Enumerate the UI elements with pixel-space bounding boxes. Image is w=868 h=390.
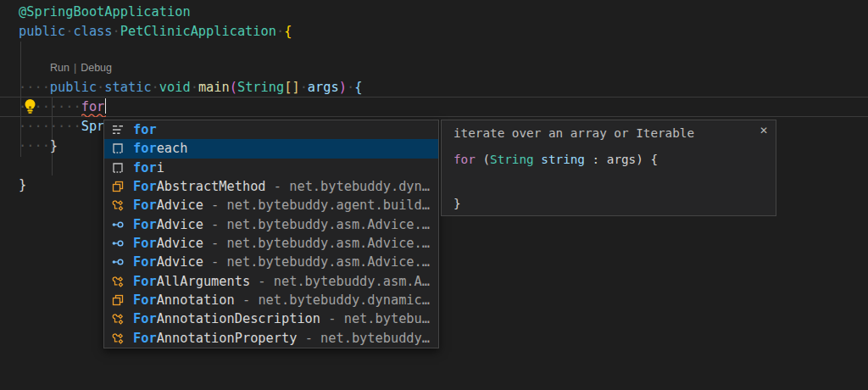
suggestion-doc-text: iterate over an array or Iterable bbox=[453, 126, 694, 140]
suggestion-match-text: For bbox=[133, 274, 157, 289]
suggestion-label-text: AbstractMethod bbox=[157, 179, 266, 194]
line-spring-partial: ········Spr bbox=[19, 117, 104, 136]
suggestion-label-text: AnnotationProperty bbox=[157, 331, 298, 346]
suggestion-match-text: For bbox=[133, 292, 157, 308]
suggestion-detail-text: - net.bytebuddy.dyn… bbox=[266, 179, 430, 194]
suggestion-match-text: For bbox=[133, 198, 157, 213]
whitespace-dots: · bbox=[276, 24, 284, 39]
suggestion-item-foreach[interactable]: foreach bbox=[104, 139, 438, 158]
line-annotation: @SpringBootApplication bbox=[19, 3, 191, 22]
code-token: { bbox=[650, 153, 658, 166]
whitespace-dots: · bbox=[300, 80, 308, 95]
suggestion-item-foradvice[interactable]: ForAdvice - net.bytebuddy.agent.build… bbox=[104, 196, 438, 214]
code-token: ) bbox=[636, 153, 643, 166]
suggestion-match-text: For bbox=[133, 311, 157, 326]
line-class-decl: public·class·PetClinicApplication·{ bbox=[19, 22, 292, 42]
symbol-snippet-icon bbox=[111, 142, 125, 155]
suggestion-label-text: Advice bbox=[157, 236, 203, 251]
code-token: } bbox=[19, 177, 26, 192]
code-token: string bbox=[541, 153, 585, 166]
code-token: String bbox=[237, 80, 284, 95]
codelens-separator: | bbox=[74, 62, 76, 74]
suggestion-item-forabstractmethod[interactable]: ForAbstractMethod - net.bytebuddy.dyn… bbox=[104, 177, 438, 196]
codelens-run-link[interactable]: Run bbox=[50, 62, 70, 74]
suggestion-label-text: Advice bbox=[157, 198, 203, 213]
code-token: ( bbox=[230, 80, 237, 95]
code-token: for bbox=[453, 153, 476, 166]
code-token: args bbox=[308, 80, 339, 95]
code-token bbox=[585, 153, 593, 166]
code-token: } bbox=[50, 138, 58, 153]
suggestion-detail-text: - net.bytebu… bbox=[320, 311, 430, 326]
suggestion-detail-text: - net.bytebuddy.asm.Advice.… bbox=[203, 254, 430, 270]
code-token: main bbox=[198, 80, 230, 95]
code-token: public bbox=[19, 24, 65, 39]
suggestion-detail-text: - net.bytebuddy.asm.A… bbox=[250, 274, 430, 289]
symbol-interface-icon bbox=[111, 255, 125, 269]
suggest-docs-panel: iterate over an array or Iterable ✕ for … bbox=[441, 120, 776, 216]
suggestion-item-for[interactable]: for bbox=[104, 120, 438, 139]
suggestion-item-fori[interactable]: fori bbox=[104, 159, 438, 177]
suggestion-match-text: for bbox=[133, 160, 157, 176]
suggestion-label-text: Advice bbox=[157, 217, 203, 232]
code-token: public bbox=[50, 80, 97, 95]
suggestion-label-text: i bbox=[157, 160, 164, 176]
suggestion-label-text: AllArguments bbox=[157, 274, 251, 289]
code-token: PetClinicApplication bbox=[120, 24, 276, 39]
code-token: [] bbox=[284, 80, 299, 95]
suggestion-item-foradvice[interactable]: ForAdvice - net.bytebuddy.asm.Advice.… bbox=[104, 234, 438, 253]
line-close-main: ····} bbox=[19, 136, 58, 156]
symbol-interface-icon bbox=[111, 237, 125, 250]
code-token: } bbox=[453, 197, 461, 210]
suggestion-item-forallarguments[interactable]: ForAllArguments - net.bytebuddy.asm.A… bbox=[104, 272, 438, 291]
symbol-class-icon bbox=[111, 293, 125, 307]
suggestion-match-text: for bbox=[133, 141, 157, 156]
symbol-enum-icon bbox=[111, 332, 125, 345]
lightbulb-icon[interactable] bbox=[23, 98, 37, 118]
symbol-enum-icon bbox=[111, 198, 125, 212]
suggestion-item-forannotationproperty[interactable]: ForAnnotationProperty - net.bytebuddy… bbox=[104, 329, 438, 348]
suggestion-detail-text: - net.bytebuddy.dynamic… bbox=[235, 292, 430, 308]
suggestion-item-forannotation[interactable]: ForAnnotation - net.bytebuddy.dynamic… bbox=[104, 291, 438, 309]
code-token bbox=[599, 153, 607, 166]
close-icon[interactable]: ✕ bbox=[760, 125, 768, 136]
codelens-debug-link[interactable]: Debug bbox=[81, 62, 112, 74]
suggestion-match-text: For bbox=[133, 236, 157, 251]
suggestion-label-text: AnnotationDescription bbox=[157, 311, 320, 326]
suggestion-match-text: For bbox=[133, 254, 157, 270]
whitespace-dots: · bbox=[347, 80, 354, 95]
suggestion-detail-text: - net.bytebuddy.agent.build… bbox=[203, 198, 430, 213]
code-token: { bbox=[354, 80, 362, 95]
suggestion-item-foradvice[interactable]: ForAdvice - net.bytebuddy.asm.Advice.… bbox=[104, 253, 438, 271]
suggestion-detail-text: - net.bytebuddy.asm.Advice.… bbox=[203, 236, 430, 251]
suggestion-item-foradvice[interactable]: ForAdvice - net.bytebuddy.asm.Advice.… bbox=[104, 215, 438, 234]
whitespace-dots: ···· bbox=[19, 138, 50, 153]
intellisense-suggest-widget: forforeachforiForAbstractMethod - net.by… bbox=[103, 120, 439, 348]
whitespace-dots: ········ bbox=[19, 119, 81, 134]
code-token: Spr bbox=[81, 119, 105, 134]
suggestion-match-text: For bbox=[133, 179, 157, 194]
codelens: Run|Debug bbox=[50, 59, 112, 76]
suggestion-detail-text: - net.bytebuddy… bbox=[297, 331, 430, 346]
whitespace-dots: · bbox=[152, 80, 159, 95]
suggestion-match-text: for bbox=[133, 122, 157, 137]
symbol-class-icon bbox=[111, 180, 125, 193]
whitespace-dots: · bbox=[113, 24, 120, 39]
code-token: void bbox=[159, 80, 191, 95]
text-cursor bbox=[105, 98, 107, 114]
suggestion-item-forannotationdescription[interactable]: ForAnnotationDescription - net.bytebu… bbox=[104, 309, 438, 328]
code-token: @SpringBootApplication bbox=[19, 4, 191, 20]
suggestion-label-text: Advice bbox=[157, 254, 203, 270]
code-token: class bbox=[73, 24, 112, 39]
symbol-snippet-icon bbox=[111, 161, 125, 175]
doc-code-line: for (String string : args) { bbox=[453, 151, 658, 168]
code-token: args bbox=[607, 153, 636, 166]
suggestion-label-text: each bbox=[157, 141, 188, 156]
code-token: String bbox=[490, 153, 534, 166]
doc-code-line: } bbox=[453, 195, 461, 212]
line-main-decl: ····public·static·void·main(String[]·arg… bbox=[19, 78, 362, 98]
suggestion-match-text: For bbox=[133, 217, 157, 232]
suggestion-detail-text: - net.bytebuddy.asm.Advice.… bbox=[203, 217, 430, 232]
symbol-enum-icon bbox=[111, 312, 125, 326]
suggestion-label-text: Annotation bbox=[157, 292, 235, 308]
